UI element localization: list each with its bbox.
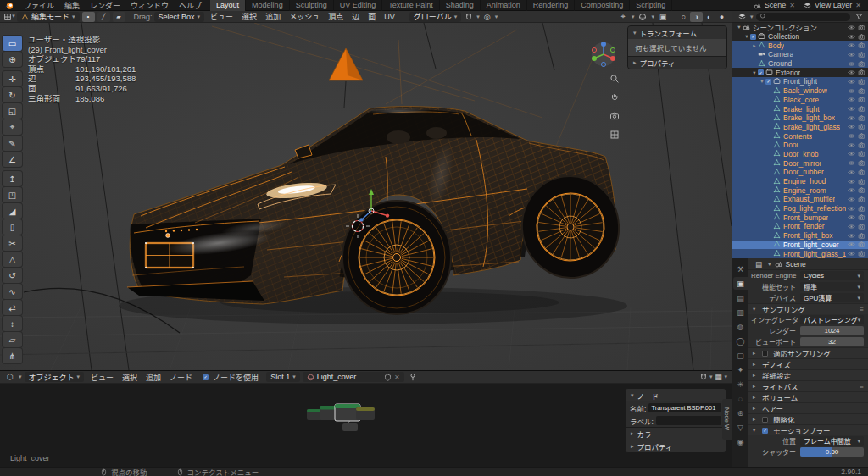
properties-tab-material[interactable]: ◉ <box>733 435 748 448</box>
overlay-icon[interactable]: ▦ <box>712 373 724 381</box>
section-menu-icon[interactable]: ≡ <box>860 383 864 390</box>
topbar-menu[interactable]: レンダー <box>85 0 125 11</box>
tool-extrude-region[interactable]: ↥ <box>3 171 22 186</box>
hide-eye-icon[interactable] <box>848 42 855 49</box>
topbar-menu[interactable]: ウィンドウ <box>125 0 174 11</box>
hide-eye-icon[interactable] <box>848 69 855 76</box>
tool-transform[interactable]: ⌖ <box>3 119 22 135</box>
pin-icon[interactable] <box>407 373 419 381</box>
render-visibility-icon[interactable] <box>858 33 865 41</box>
tool-bevel[interactable]: ◢ <box>3 203 22 219</box>
viewport-menu[interactable]: 頂点 <box>324 11 348 22</box>
outliner-row[interactable]: Fog_light_reflection <box>732 204 868 213</box>
editor-type-icon[interactable] <box>736 13 748 20</box>
properties-tab-scene[interactable]: ◍ <box>733 320 748 333</box>
section-簡略化[interactable]: ▸簡略化 <box>748 413 868 424</box>
collection-checkbox[interactable]: ✓ <box>758 69 764 75</box>
node-name-input[interactable]: Transparent BSDF.001 <box>648 403 721 412</box>
collection-checkbox[interactable]: ✓ <box>750 34 756 40</box>
outliner-row[interactable]: Brake_light_box <box>732 113 868 123</box>
outliner-row[interactable]: Door_mirror <box>732 158 868 168</box>
render-visibility-icon[interactable] <box>858 114 865 122</box>
outliner-row[interactable]: Front_light_box <box>732 231 868 241</box>
render-visibility-icon[interactable] <box>858 69 865 76</box>
node[interactable] <box>307 404 375 431</box>
render-visibility-icon[interactable] <box>858 223 865 230</box>
close-icon[interactable]: ✕ <box>855 2 861 9</box>
hide-eye-icon[interactable] <box>848 250 855 257</box>
hide-eye-icon[interactable] <box>848 87 855 95</box>
disclosure-icon[interactable]: ▾ <box>743 33 750 40</box>
outliner-row[interactable]: ▾シーンコレクション <box>732 23 868 32</box>
viewport-menu[interactable]: 選択 <box>237 11 261 22</box>
viewport-menu[interactable]: 面 <box>364 11 380 22</box>
outliner-row[interactable]: Front_light_glass_1 <box>732 249 868 258</box>
section-checkbox[interactable] <box>762 351 768 357</box>
render-visibility-icon[interactable] <box>858 213 865 221</box>
render-visibility-icon[interactable] <box>858 196 865 203</box>
hide-eye-icon[interactable] <box>848 169 855 176</box>
outliner-row[interactable]: ▾✓Front_light <box>732 77 868 86</box>
topbar-menu[interactable]: ファイル <box>19 0 59 11</box>
select-mode-face-button[interactable]: ▰ <box>113 12 125 22</box>
outliner-row[interactable]: ▾✓Exterior <box>732 68 868 77</box>
outliner-row[interactable]: Door <box>732 141 868 150</box>
node-menu[interactable]: ノード <box>165 372 197 383</box>
outliner-row[interactable]: Front_fender <box>732 222 868 231</box>
workspace-tab-sculpting[interactable]: Sculpting <box>290 0 334 11</box>
property-number-field[interactable]: 32 <box>800 337 864 346</box>
tool-knife[interactable]: ✂ <box>3 235 22 251</box>
xray-toggle-icon[interactable]: ▣ <box>657 13 669 21</box>
outliner-row[interactable]: Brake_light_glass <box>732 123 868 132</box>
properties-tab-tool[interactable]: ⚒ <box>733 263 748 275</box>
tool-loop-cut[interactable]: ▯ <box>3 219 22 235</box>
render-visibility-icon[interactable] <box>858 159 865 167</box>
outliner-row[interactable]: Engine_room <box>732 185 868 195</box>
hide-eye-icon[interactable] <box>848 232 855 240</box>
render-visibility-icon[interactable] <box>858 123 865 130</box>
orientation-dropdown[interactable]: グローバル ▾ <box>409 12 461 22</box>
render-visibility-icon[interactable] <box>858 60 865 68</box>
render-visibility-icon[interactable] <box>858 51 865 58</box>
section-詳細設定[interactable]: ▸詳細設定 <box>748 369 868 380</box>
shader-scope-dropdown[interactable]: オブジェクト▾ <box>25 372 85 382</box>
tool-rotate[interactable]: ↻ <box>3 87 22 102</box>
tool-rip-region[interactable]: ⋔ <box>3 348 22 363</box>
tool-smooth[interactable]: ∿ <box>3 284 22 299</box>
viewport-menu[interactable]: UV <box>380 13 399 21</box>
ortho-grid-icon[interactable] <box>608 128 620 141</box>
outliner-search-input[interactable] <box>756 13 850 21</box>
node-menu[interactable]: ビュー <box>86 372 118 383</box>
hide-eye-icon[interactable] <box>848 51 855 58</box>
overlays-icon[interactable] <box>637 13 648 21</box>
active-tool-dropdown[interactable]: Select Box ▾ <box>154 12 205 22</box>
render-visibility-icon[interactable] <box>858 78 865 86</box>
node-section-カラー[interactable]: ▸カラー <box>626 427 726 440</box>
tool-spin[interactable]: ↺ <box>3 268 22 283</box>
property-dropdown[interactable]: 標準▾ <box>800 282 864 291</box>
render-visibility-icon[interactable] <box>858 250 865 257</box>
disclosure-icon[interactable]: ▾ <box>736 24 743 30</box>
render-visibility-icon[interactable] <box>858 178 865 185</box>
node-label-input[interactable] <box>656 416 721 425</box>
render-visibility-icon[interactable] <box>858 205 865 213</box>
render-visibility-icon[interactable] <box>858 42 865 49</box>
tool-shear[interactable]: ▱ <box>3 332 22 347</box>
node-menu[interactable]: 追加 <box>142 372 165 383</box>
viewport-menu[interactable]: ビュー <box>206 11 237 22</box>
outliner-row[interactable]: Back_window <box>732 86 868 96</box>
outliner-row[interactable]: Door_rubber <box>732 168 868 177</box>
hide-eye-icon[interactable] <box>848 105 855 113</box>
close-icon[interactable]: ✕ <box>789 2 795 9</box>
property-number-field[interactable]: 1024 <box>800 326 864 335</box>
properties-tab-world[interactable]: ◯ <box>733 335 748 347</box>
mode-dropdown[interactable]: 編集モード ▾ <box>17 12 80 22</box>
filter-icon[interactable] <box>853 13 865 20</box>
hide-eye-icon[interactable] <box>848 96 855 103</box>
pan-hand-icon[interactable] <box>608 91 620 103</box>
properties-tab-physics[interactable]: ◌ <box>733 392 748 405</box>
properties-tab-particles[interactable]: ✳ <box>733 378 748 390</box>
workspace-tab-texture-paint[interactable]: Texture Paint <box>382 0 440 11</box>
hide-eye-icon[interactable] <box>848 150 855 158</box>
tool-shrink-fatten[interactable]: ↕ <box>3 316 22 331</box>
